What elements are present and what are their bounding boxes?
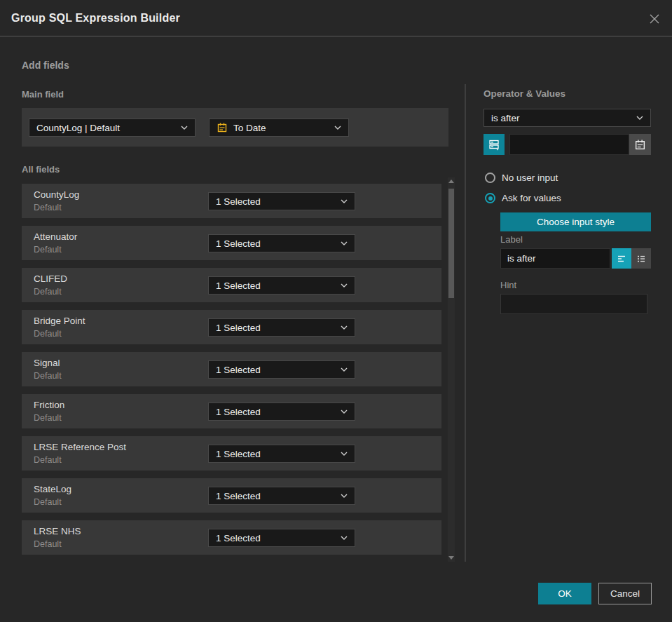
field-subtitle: Default <box>34 287 62 297</box>
field-selection-value: 1 Selected <box>216 238 336 249</box>
scroll-down-arrow-icon[interactable] <box>448 556 454 560</box>
field-selection-select[interactable]: 1 Selected <box>208 403 355 421</box>
panel-divider <box>465 84 466 562</box>
chevron-down-icon <box>341 367 348 372</box>
field-selection-value: 1 Selected <box>216 365 336 375</box>
radio-ask-for-values[interactable]: Ask for values <box>485 193 561 203</box>
field-selection-select[interactable]: 1 Selected <box>208 234 355 252</box>
field-subtitle: Default <box>34 413 62 423</box>
main-field-select[interactable]: CountyLog | Default <box>29 119 196 137</box>
chevron-down-icon <box>341 325 348 330</box>
operator-values-heading: Operator & Values <box>484 88 565 99</box>
hint-input[interactable] <box>500 294 647 314</box>
operator-select[interactable]: is after <box>484 109 651 127</box>
list-scrollbar[interactable] <box>448 177 455 562</box>
chevron-down-icon <box>341 410 348 414</box>
value-input[interactable] <box>509 134 629 155</box>
field-selection-select[interactable]: 1 Selected <box>208 487 355 505</box>
chevron-down-icon <box>341 536 348 540</box>
field-selection-select[interactable]: 1 Selected <box>208 318 355 337</box>
chevron-down-icon <box>341 452 348 456</box>
field-selection-value: 1 Selected <box>216 407 336 417</box>
field-selection-value: 1 Selected <box>216 449 336 459</box>
hint-caption: Hint <box>500 280 516 290</box>
chevron-down-icon <box>636 116 643 120</box>
chevron-down-icon <box>341 494 348 498</box>
chevron-down-icon <box>334 126 341 130</box>
field-subtitle: Default <box>34 245 62 255</box>
operator-select-value: is after <box>491 113 632 123</box>
main-field-select-value: CountyLog | Default <box>36 123 177 133</box>
field-name: LRSE NHS <box>34 526 81 536</box>
input-style-list-button[interactable] <box>631 248 651 269</box>
field-selection-select[interactable]: 1 Selected <box>208 360 355 379</box>
chevron-down-icon <box>181 126 188 130</box>
scrollbar-thumb[interactable] <box>448 189 454 298</box>
field-name: Friction <box>34 400 64 410</box>
label-input[interactable] <box>500 248 610 269</box>
field-row-bridge-point: Bridge Point Default 1 Selected <box>22 310 441 344</box>
radio-label: No user input <box>502 173 558 183</box>
field-selection-select[interactable]: 1 Selected <box>208 445 355 463</box>
field-selection-value: 1 Selected <box>216 280 336 291</box>
field-row-signal: Signal Default 1 Selected <box>22 352 441 386</box>
field-selection-value: 1 Selected <box>216 533 336 543</box>
field-name: Signal <box>34 358 60 368</box>
ok-button[interactable]: OK <box>538 583 591 604</box>
field-subtitle: Default <box>34 539 62 549</box>
field-name: Bridge Point <box>34 316 85 326</box>
main-field-label: Main field <box>22 89 64 100</box>
field-row-lrse-nhs: LRSE NHS Default 1 Selected <box>22 520 441 555</box>
field-name: Attenuator <box>34 231 77 242</box>
all-fields-label: All fields <box>22 164 60 175</box>
main-field-type-select[interactable]: To Date <box>209 119 349 137</box>
titlebar: Group SQL Expression Builder <box>0 0 672 36</box>
field-selection-select[interactable]: 1 Selected <box>208 192 355 210</box>
input-style-text-button[interactable] <box>612 248 631 269</box>
field-subtitle: Default <box>34 329 62 339</box>
add-fields-heading: Add fields <box>22 60 69 71</box>
field-subtitle: Default <box>34 455 62 465</box>
field-subtitle: Default <box>34 371 62 381</box>
radio-icon <box>485 193 495 203</box>
radio-icon <box>485 173 495 183</box>
field-selection-select[interactable]: 1 Selected <box>208 276 355 295</box>
label-caption: Label <box>500 234 523 245</box>
calendar-icon <box>217 122 228 133</box>
chevron-down-icon <box>341 199 348 203</box>
field-row-countylog: CountyLog Default 1 Selected <box>22 184 441 218</box>
list-icon <box>636 253 647 264</box>
field-selection-value: 1 Selected <box>216 323 336 333</box>
all-fields-list: CountyLog Default 1 Selected Attenuator … <box>22 184 441 562</box>
date-picker-button[interactable] <box>629 134 651 155</box>
cancel-button[interactable]: Cancel <box>598 583 652 604</box>
align-left-icon <box>616 253 627 264</box>
radio-label: Ask for values <box>502 193 561 203</box>
main-field-type-value: To Date <box>233 123 330 133</box>
chevron-down-icon <box>341 283 348 288</box>
close-button[interactable] <box>647 11 662 27</box>
dialog-title: Group SQL Expression Builder <box>11 12 180 25</box>
field-name: CountyLog <box>34 189 79 200</box>
field-subtitle: Default <box>34 497 62 507</box>
chevron-down-icon <box>341 241 348 245</box>
unique-values-picker-button[interactable] <box>484 134 505 155</box>
field-subtitle: Default <box>34 203 62 212</box>
main-field-panel: CountyLog | Default To Date <box>22 108 448 147</box>
field-row-friction: Friction Default 1 Selected <box>22 394 441 428</box>
field-name: StateLog <box>34 484 71 494</box>
field-row-clifed: CLIFED Default 1 Selected <box>22 268 441 302</box>
field-name: CLIFED <box>34 273 67 284</box>
group-sql-expression-builder-dialog: Group SQL Expression Builder Add fields … <box>0 0 672 622</box>
field-selection-select[interactable]: 1 Selected <box>208 529 355 547</box>
unique-values-icon <box>488 138 500 151</box>
field-row-statelog: StateLog Default 1 Selected <box>22 478 441 513</box>
scroll-up-arrow-icon[interactable] <box>448 180 454 183</box>
field-selection-value: 1 Selected <box>216 196 336 207</box>
field-row-lrse-reference-post: LRSE Reference Post Default 1 Selected <box>22 436 441 471</box>
choose-input-style-button[interactable]: Choose input style <box>500 212 651 231</box>
close-icon <box>649 13 660 25</box>
field-selection-value: 1 Selected <box>216 491 336 501</box>
calendar-icon <box>634 139 646 151</box>
radio-no-user-input[interactable]: No user input <box>485 173 558 183</box>
